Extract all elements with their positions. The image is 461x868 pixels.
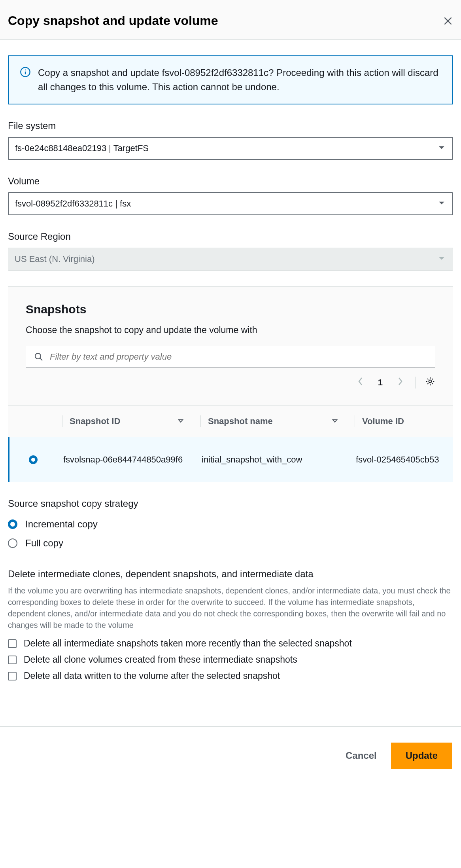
modal-footer: Cancel Update bbox=[0, 726, 461, 785]
sort-icon bbox=[178, 416, 184, 426]
checkbox-icon bbox=[8, 672, 17, 680]
modal-header: Copy snapshot and update volume bbox=[0, 0, 461, 40]
settings-button[interactable] bbox=[425, 376, 435, 389]
delete-section-title: Delete intermediate clones, dependent sn… bbox=[8, 569, 453, 580]
file-system-select[interactable]: fs-0e24c88148ea02193 | TargetFS bbox=[8, 137, 453, 160]
page-number: 1 bbox=[376, 377, 385, 388]
filter-input[interactable] bbox=[26, 346, 435, 368]
sort-icon bbox=[332, 416, 338, 426]
snapshots-panel: Snapshots Choose the snapshot to copy an… bbox=[8, 286, 453, 482]
alert-text: Copy a snapshot and update fsvol-08952f2… bbox=[38, 66, 441, 94]
row-radio-selected[interactable] bbox=[29, 455, 38, 464]
radio-icon-selected bbox=[8, 519, 17, 529]
svg-point-3 bbox=[35, 353, 41, 359]
gear-icon bbox=[425, 376, 435, 387]
checkbox-icon bbox=[8, 656, 17, 664]
radio-icon bbox=[8, 538, 17, 548]
delete-section-help: If the volume you are overwriting has in… bbox=[8, 585, 453, 631]
snapshot-filter[interactable] bbox=[26, 346, 435, 368]
checkbox-delete-data[interactable]: Delete all data written to the volume af… bbox=[8, 671, 453, 681]
snapshots-title: Snapshots bbox=[26, 303, 435, 316]
svg-point-2 bbox=[25, 70, 26, 70]
modal-copy-snapshot: Copy snapshot and update volume Copy a s… bbox=[0, 0, 461, 785]
cell-snapshot-name: initial_snapshot_with_cow bbox=[195, 437, 350, 482]
radio-incremental-copy[interactable]: Incremental copy bbox=[8, 519, 453, 530]
svg-line-4 bbox=[40, 358, 42, 360]
source-region-label: Source Region bbox=[8, 231, 453, 242]
source-region-select: US East (N. Virginia) bbox=[8, 248, 453, 271]
checkbox-icon bbox=[8, 639, 17, 648]
info-icon bbox=[20, 66, 31, 78]
cancel-button[interactable]: Cancel bbox=[342, 744, 380, 768]
svg-point-5 bbox=[429, 380, 432, 383]
col-snapshot-id[interactable]: Snapshot ID bbox=[56, 406, 194, 437]
col-snapshot-name[interactable]: Snapshot name bbox=[194, 406, 348, 437]
checkbox-delete-snapshots[interactable]: Delete all intermediate snapshots taken … bbox=[8, 638, 453, 649]
snapshots-subtitle: Choose the snapshot to copy and update t… bbox=[26, 325, 435, 335]
prev-page-button[interactable] bbox=[355, 375, 366, 390]
close-button[interactable] bbox=[443, 16, 453, 26]
copy-strategy-label: Source snapshot copy strategy bbox=[8, 498, 453, 509]
close-icon bbox=[443, 16, 453, 26]
source-region-value: US East (N. Virginia) bbox=[8, 248, 453, 271]
file-system-value: fs-0e24c88148ea02193 | TargetFS bbox=[8, 137, 453, 160]
col-volume-id[interactable]: Volume ID bbox=[348, 406, 453, 437]
info-alert: Copy a snapshot and update fsvol-08952f2… bbox=[8, 55, 453, 104]
divider bbox=[415, 377, 416, 389]
file-system-label: File system bbox=[8, 120, 453, 131]
update-button[interactable]: Update bbox=[391, 743, 452, 769]
table-header: Snapshot ID Snapshot name Volume ID bbox=[8, 406, 453, 437]
modal-title: Copy snapshot and update volume bbox=[8, 13, 218, 28]
search-icon bbox=[34, 352, 43, 362]
radio-full-copy[interactable]: Full copy bbox=[8, 538, 453, 549]
volume-value: fsvol-08952f2df6332811c | fsx bbox=[8, 192, 453, 215]
checkbox-delete-clones[interactable]: Delete all clone volumes created from th… bbox=[8, 654, 453, 665]
volume-select[interactable]: fsvol-08952f2df6332811c | fsx bbox=[8, 192, 453, 215]
volume-label: Volume bbox=[8, 176, 453, 187]
cell-snapshot-id: fsvolsnap-06e844744850a99f6 bbox=[57, 437, 195, 482]
pagination: 1 bbox=[26, 373, 435, 394]
table-row[interactable]: fsvolsnap-06e844744850a99f6 initial_snap… bbox=[8, 437, 453, 482]
cell-volume-id: fsvol-025465405cb53 bbox=[350, 437, 453, 482]
next-page-button[interactable] bbox=[395, 375, 406, 390]
